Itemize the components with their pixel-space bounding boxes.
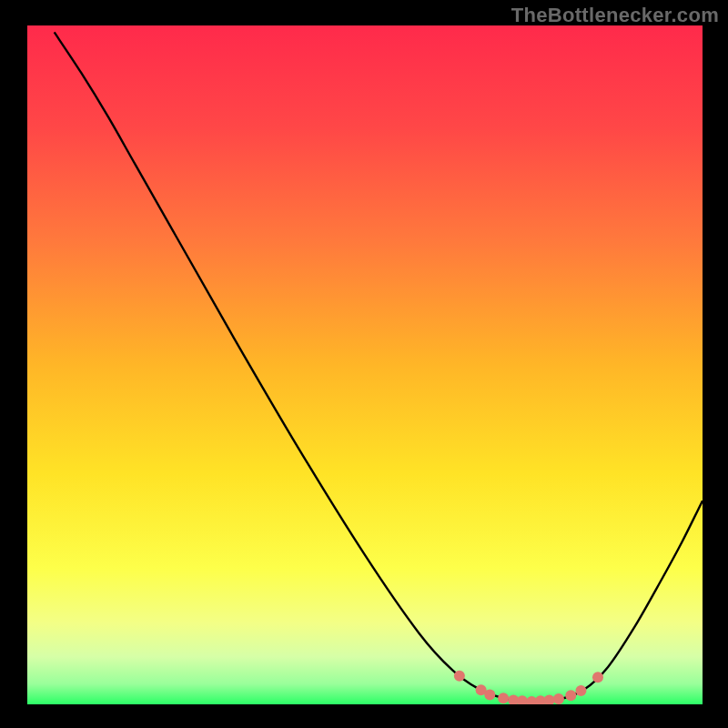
- optimum-marker: [498, 693, 509, 703]
- optimum-marker: [575, 685, 586, 696]
- watermark-label: TheBottlenecker.com: [511, 4, 719, 27]
- optimum-marker: [553, 693, 564, 704]
- chart-canvas: [0, 0, 728, 728]
- optimum-marker: [484, 690, 495, 701]
- optimum-marker: [592, 672, 603, 682]
- optimum-marker: [565, 690, 576, 701]
- optimum-marker: [454, 671, 465, 682]
- optimum-marker: [544, 695, 555, 706]
- plot-background: [27, 25, 703, 704]
- chart-frame: TheBottlenecker.com: [0, 0, 728, 728]
- optimum-marker: [517, 695, 528, 706]
